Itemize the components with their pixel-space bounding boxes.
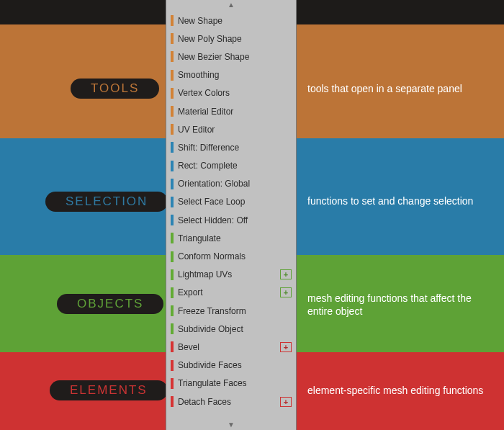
- menu-item-label: Shift: Difference: [178, 143, 239, 153]
- color-swatch-icon: [171, 251, 174, 262]
- color-swatch-icon: [171, 124, 174, 135]
- section-pill-objects: OBJECTS: [57, 294, 163, 314]
- menu-item[interactable]: Orientation: Global: [171, 175, 292, 193]
- color-swatch-icon: [171, 341, 174, 352]
- menu-item-label: Rect: Complete: [178, 161, 238, 171]
- color-swatch-icon: [171, 106, 174, 117]
- menu-item-label: Vertex Colors: [178, 88, 230, 98]
- options-plus-button[interactable]: +: [280, 287, 292, 297]
- menu-item-label: Subdivide Object: [178, 324, 243, 334]
- color-swatch-icon: [171, 179, 174, 189]
- color-swatch-icon: [171, 323, 174, 334]
- color-swatch-icon: [171, 287, 174, 298]
- menu-item-label: UV Editor: [178, 125, 215, 135]
- options-plus-button[interactable]: +: [280, 397, 292, 407]
- color-swatch-icon: [171, 51, 174, 62]
- menu-item[interactable]: New Poly Shape: [171, 30, 292, 48]
- color-swatch-icon: [171, 396, 174, 407]
- color-swatch-icon: [171, 15, 174, 26]
- menu-item-label: Lightmap UVs: [178, 269, 232, 279]
- menu-item-label: New Poly Shape: [178, 34, 242, 44]
- color-swatch-icon: [171, 269, 174, 280]
- menu-item-label: Select Hidden: Off: [178, 215, 248, 225]
- color-swatch-icon: [171, 378, 174, 389]
- options-plus-button[interactable]: +: [280, 269, 292, 279]
- color-swatch-icon: [171, 33, 174, 44]
- menu-item-label: Detach Faces: [178, 397, 231, 407]
- menu-item-label: Export: [178, 287, 203, 297]
- menu-item[interactable]: Smoothing: [171, 66, 292, 84]
- color-swatch-icon: [171, 305, 174, 316]
- menu-item-label: Material Editor: [178, 107, 233, 117]
- menu-item-label: New Bezier Shape: [178, 52, 249, 62]
- menu-item[interactable]: Rect: Complete: [171, 157, 292, 175]
- menu-item[interactable]: UV Editor: [171, 120, 292, 138]
- menu-item-label: Orientation: Global: [178, 179, 250, 189]
- scroll-down-arrow[interactable]: ▼: [166, 420, 296, 430]
- menu-item-label: Select Face Loop: [178, 197, 245, 207]
- menu-item[interactable]: Lightmap UVs+: [171, 266, 292, 284]
- color-swatch-icon: [171, 142, 174, 153]
- color-swatch-icon: [171, 88, 174, 99]
- section-desc-elements: element-specific mesh editing functions: [307, 384, 483, 397]
- options-plus-button[interactable]: +: [280, 342, 292, 352]
- menu-item-label: Conform Normals: [178, 251, 246, 261]
- menu-item-label: Triangulate Faces: [178, 378, 247, 388]
- section-desc-tools: tools that open in a separate panel: [307, 82, 462, 95]
- menu-item-label: Freeze Transform: [178, 306, 246, 316]
- menu-item[interactable]: Triangulate Faces: [171, 375, 292, 393]
- menu-items-container: New ShapeNew Poly ShapeNew Bezier ShapeS…: [166, 10, 296, 420]
- color-swatch-icon: [171, 197, 174, 207]
- menu-item[interactable]: Vertex Colors: [171, 84, 292, 102]
- menu-item-label: New Shape: [178, 16, 222, 26]
- menu-item[interactable]: Bevel+: [171, 338, 292, 356]
- menu-item[interactable]: Subdivide Object: [171, 320, 292, 338]
- menu-item[interactable]: Subdivide Faces: [171, 357, 292, 375]
- color-swatch-icon: [171, 233, 174, 243]
- section-desc-selection: functions to set and change selection: [307, 194, 473, 207]
- menu-item-label: Triangulate: [178, 233, 221, 243]
- menu-item[interactable]: Shift: Difference: [171, 138, 292, 156]
- section-pill-elements: ELEMENTS: [50, 380, 168, 400]
- menu-item[interactable]: New Bezier Shape: [171, 48, 292, 66]
- menu-item[interactable]: New Shape: [171, 12, 292, 30]
- menu-item[interactable]: Material Editor: [171, 102, 292, 120]
- section-pill-selection: SELECTION: [45, 192, 168, 212]
- color-swatch-icon: [171, 215, 174, 225]
- menu-item-label: Bevel: [178, 342, 199, 352]
- menu-panel: ▲ New ShapeNew Poly ShapeNew Bezier Shap…: [166, 0, 297, 430]
- color-swatch-icon: [171, 161, 174, 171]
- scroll-up-arrow[interactable]: ▲: [166, 0, 296, 10]
- color-swatch-icon: [171, 70, 174, 81]
- color-swatch-icon: [171, 360, 174, 371]
- menu-item[interactable]: Triangulate: [171, 229, 292, 247]
- menu-item[interactable]: Export+: [171, 284, 292, 302]
- section-desc-objects: mesh editing functions that affect the e…: [307, 292, 495, 318]
- menu-item[interactable]: Freeze Transform: [171, 302, 292, 320]
- menu-item-label: Subdivide Faces: [178, 360, 242, 370]
- menu-item[interactable]: Select Face Loop: [171, 193, 292, 211]
- section-pill-tools: TOOLS: [71, 79, 159, 99]
- menu-item[interactable]: Conform Normals: [171, 247, 292, 265]
- menu-item[interactable]: Select Hidden: Off: [171, 211, 292, 229]
- menu-item[interactable]: Detach Faces+: [171, 393, 292, 411]
- menu-item-label: Smoothing: [178, 70, 219, 80]
